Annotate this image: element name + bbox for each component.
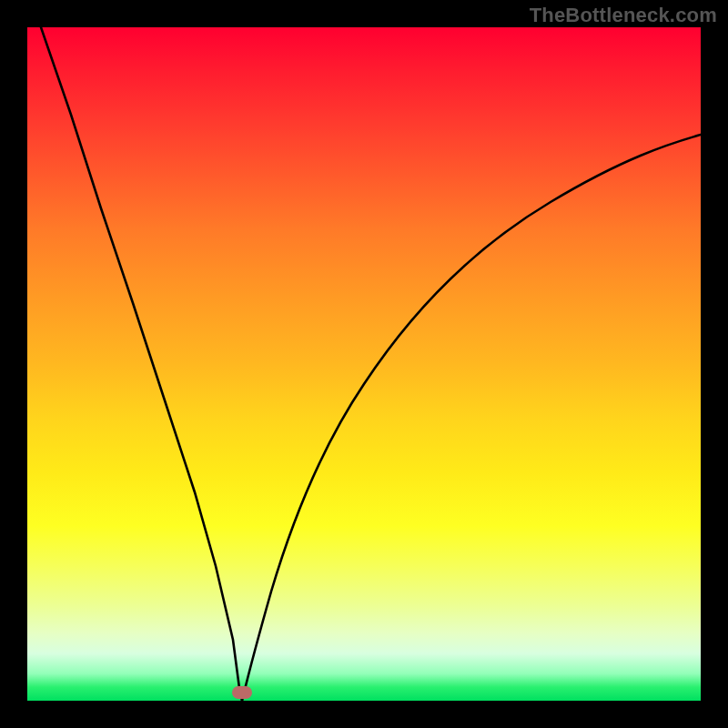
bottleneck-curve	[27, 27, 701, 701]
chart-frame: TheBottleneck.com	[0, 0, 728, 728]
attribution-label: TheBottleneck.com	[530, 4, 717, 27]
curve-left-branch	[41, 27, 242, 701]
plot-area	[27, 27, 701, 701]
minimum-marker	[232, 686, 252, 699]
curve-right-branch	[242, 135, 701, 701]
